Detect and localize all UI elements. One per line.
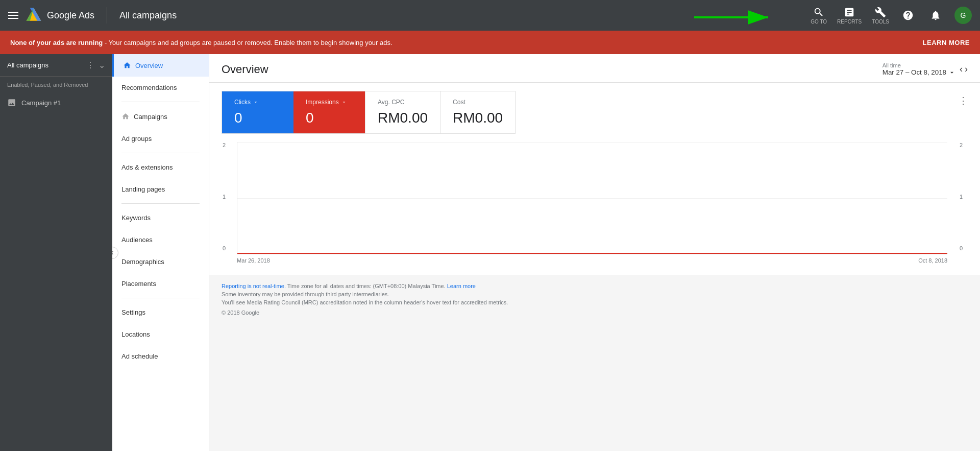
dropdown-arrow-icon[interactable] xyxy=(253,99,259,105)
nav-label-recommendations: Recommendations xyxy=(121,84,177,91)
nav-label-ads-extensions: Ads & extensions xyxy=(121,163,173,171)
reporting-realtime-link[interactable]: Reporting is not real-time. xyxy=(222,283,286,289)
nav-label-settings: Settings xyxy=(121,308,145,316)
metric-avg-cpc: Avg. CPC RM0.00 xyxy=(365,91,440,133)
clicks-label: Clicks xyxy=(234,99,281,106)
goto-button[interactable]: GO TO xyxy=(811,7,827,25)
nav-item-adgroups[interactable]: Ad groups xyxy=(112,128,209,150)
nav-item-keywords[interactable]: Keywords xyxy=(112,207,209,229)
nav-label-adgroups: Ad groups xyxy=(121,135,152,143)
arrow-annotation xyxy=(694,7,776,29)
nav-label-campaigns: Campaigns xyxy=(134,113,167,121)
avatar[interactable]: G xyxy=(954,7,972,24)
expand-icon[interactable]: ⌄ xyxy=(99,60,105,70)
hamburger-menu[interactable] xyxy=(8,12,18,19)
nav-item-settings[interactable]: Settings xyxy=(112,301,209,323)
sidebar-header-label: All campaigns xyxy=(7,61,48,69)
metric-cost: Cost RM0.00 xyxy=(440,91,515,133)
nav-page-title: All campaigns xyxy=(119,10,177,21)
footer-line3: You'll see Media Rating Council (MRC) ac… xyxy=(222,299,968,305)
nav-divider xyxy=(107,7,107,23)
chart-wrapper: 2 1 0 2 1 0 Mar 26, 2018 xyxy=(237,142,947,267)
y-label-0-right: 0 xyxy=(960,245,963,251)
metrics-cards: Clicks 0 Impressions 0 Avg. CPC RM0.00 xyxy=(222,91,516,134)
nav-item-recommendations[interactable]: Recommendations xyxy=(112,77,209,99)
mid-navigation: Overview Recommendations Campaigns Ad gr… xyxy=(112,54,209,451)
sidebar-item-campaign1[interactable]: Campaign #1 xyxy=(0,93,112,112)
nav-divider-2 xyxy=(121,153,200,153)
nav-item-ad-schedule[interactable]: Ad schedule xyxy=(112,345,209,367)
campaign1-label: Campaign #1 xyxy=(21,99,61,107)
impressions-dropdown-icon[interactable] xyxy=(341,99,347,105)
gridline-mid xyxy=(237,198,947,199)
date-range-section: All time Mar 27 – Oct 8, 2018 ‹ › xyxy=(883,62,968,76)
nav-item-campaigns[interactable]: Campaigns xyxy=(112,105,209,128)
nav-item-audiences[interactable]: Audiences xyxy=(112,229,209,251)
y-label-1-left: 1 xyxy=(223,194,226,200)
tools-button[interactable]: TOOLS xyxy=(872,7,889,25)
metrics-container: Clicks 0 Impressions 0 Avg. CPC RM0.00 xyxy=(209,83,980,142)
date-next-button[interactable]: › xyxy=(965,64,968,75)
content-header: Overview All time Mar 27 – Oct 8, 2018 ‹… xyxy=(209,54,980,83)
tools-icon xyxy=(875,7,886,18)
alert-banner: None of your ads are running - Your camp… xyxy=(0,31,980,54)
nav-item-demographics[interactable]: Demographics xyxy=(112,251,209,273)
nav-item-landing-pages[interactable]: Landing pages xyxy=(112,178,209,200)
bell-icon xyxy=(930,10,941,21)
date-prev-button[interactable]: ‹ xyxy=(960,64,963,75)
chevron-left-icon xyxy=(112,249,116,256)
notifications-button[interactable] xyxy=(927,7,944,24)
reports-icon xyxy=(844,7,855,18)
y-label-2-left: 2 xyxy=(223,142,226,148)
footer-line2: Some inventory may be provided through t… xyxy=(222,291,968,297)
learn-more-button[interactable]: LEARN MORE xyxy=(923,39,970,46)
nav-divider-4 xyxy=(121,298,200,298)
reports-button[interactable]: REPORTS xyxy=(837,7,862,25)
sidebar-item-enabled-paused[interactable]: Enabled, Paused, and Removed xyxy=(0,77,112,93)
avg-cpc-value: RM0.00 xyxy=(378,110,428,126)
nav-item-overview[interactable]: Overview xyxy=(112,54,209,77)
home-icon xyxy=(123,61,131,69)
date-range-info: All time Mar 27 – Oct 8, 2018 xyxy=(883,62,955,76)
footer-timezone: Time zone for all dates and times: (GMT+… xyxy=(287,283,447,289)
y-label-1-right: 1 xyxy=(960,194,963,200)
help-button[interactable] xyxy=(899,7,917,24)
nav-item-placements[interactable]: Placements xyxy=(112,273,209,295)
metric-clicks: Clicks 0 xyxy=(222,91,293,133)
avg-cpc-label: Avg. CPC xyxy=(378,99,428,106)
x-label-end: Oct 8, 2018 xyxy=(918,257,947,264)
date-range-dropdown[interactable]: Mar 27 – Oct 8, 2018 xyxy=(883,68,955,76)
nav-label-ad-schedule: Ad schedule xyxy=(121,352,158,360)
alert-bold: None of your ads are running xyxy=(10,39,103,46)
footer-line1: Reporting is not real-time. Time zone fo… xyxy=(222,283,968,289)
app-logo: Google Ads xyxy=(24,6,94,25)
main-content: Overview All time Mar 27 – Oct 8, 2018 ‹… xyxy=(209,54,980,451)
footer-copyright: © 2018 Google xyxy=(222,310,968,316)
footer-info: Reporting is not real-time. Time zone fo… xyxy=(209,275,980,326)
campaign-image-icon xyxy=(7,98,16,107)
chevron-down-icon xyxy=(948,69,955,76)
nav-divider-1 xyxy=(121,102,200,102)
chart-x-labels: Mar 26, 2018 Oct 8, 2018 xyxy=(237,254,947,267)
more-icon[interactable]: ⋮ xyxy=(86,60,94,70)
y-label-2-right: 2 xyxy=(960,142,963,148)
nav-label-overview: Overview xyxy=(135,62,163,69)
learn-more-footer-link[interactable]: Learn more xyxy=(447,283,476,289)
campaigns-home-icon xyxy=(121,112,130,121)
nav-label-placements: Placements xyxy=(121,280,156,288)
tools-label: TOOLS xyxy=(872,19,889,25)
sidebar-header: All campaigns ⋮ ⌄ xyxy=(0,54,112,77)
sidebar-header-icons: ⋮ ⌄ xyxy=(86,60,105,70)
clicks-value: 0 xyxy=(234,110,281,126)
nav-label-audiences: Audiences xyxy=(121,236,153,244)
metrics-more-options[interactable]: ⋮ xyxy=(959,95,968,106)
top-navigation: Google Ads All campaigns GO TO REPOR xyxy=(0,0,980,31)
goto-label: GO TO xyxy=(811,19,827,25)
nav-item-ads-extensions[interactable]: Ads & extensions xyxy=(112,156,209,178)
nav-label-locations: Locations xyxy=(121,330,150,338)
nav-item-locations[interactable]: Locations xyxy=(112,323,209,345)
nav-label-keywords: Keywords xyxy=(121,214,151,222)
google-ads-triangle-icon xyxy=(24,6,43,25)
alert-text: None of your ads are running - Your camp… xyxy=(10,39,393,46)
search-icon xyxy=(813,7,824,18)
